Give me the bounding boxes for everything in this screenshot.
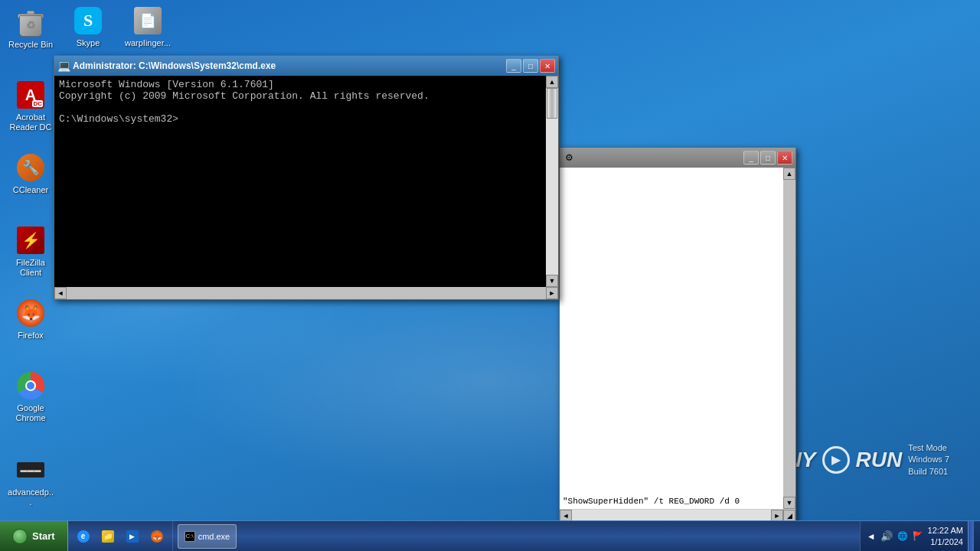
- cmd-scrollbar-vertical[interactable]: ▲ ▼: [546, 76, 558, 287]
- start-label: Start: [32, 530, 55, 542]
- ccleaner-label: CCleaner: [13, 185, 48, 195]
- cmd-title-text: Administrator: C:\Windows\System32\cmd.e…: [73, 60, 503, 71]
- desktop-icon-advancedp[interactable]: ▬▬▬ advancedp...: [4, 452, 57, 510]
- cmd-titlebar[interactable]: 💻 Administrator: C:\Windows\System32\cmd…: [54, 56, 558, 76]
- quick-launch-firefox[interactable]: 🦊: [146, 526, 168, 547]
- cmd-window-body: Microsoft Windows [Version 6.1.7601] Cop…: [54, 76, 558, 287]
- cmd-close-button[interactable]: ✕: [540, 59, 555, 73]
- second-window[interactable]: ⚙ _ □ ✕ "ShowSuperHidden" /t REG_DWORD /…: [559, 147, 796, 522]
- second-window-titlebar[interactable]: ⚙ _ □ ✕: [560, 148, 795, 168]
- tray-network-icon[interactable]: 🌐: [897, 531, 908, 541]
- ccleaner-icon-shape: 🔧: [17, 154, 44, 181]
- desktop-icon-firefox[interactable]: 🦊 Firefox: [4, 295, 57, 344]
- taskbar-cmd-label: cmd.exe: [198, 532, 230, 541]
- cmd-minimize-button[interactable]: _: [506, 59, 521, 73]
- desktop-icon-recycle-bin[interactable]: ♻ Recycle Bin: [4, 4, 57, 53]
- cmd-scrollbar-horizontal[interactable]: ◄ ►: [54, 287, 558, 299]
- system-tray: ◄ 🔊 🌐 🚩 12:22 AM 1/1/2024: [860, 521, 980, 551]
- cmd-line-2: Copyright (c) 2009 Microsoft Corporation…: [59, 90, 541, 102]
- second-close-button[interactable]: ✕: [777, 151, 792, 165]
- chrome-icon: [15, 370, 46, 401]
- filezilla-icon: ⚡: [15, 225, 46, 256]
- anyrun-run-text: RUN: [856, 448, 903, 472]
- acrobat-icon-shape: A DC: [17, 81, 44, 109]
- warplinger-icon-glyph: 📄: [139, 12, 156, 29]
- recycle-arrows: ♻: [20, 16, 41, 31]
- warplinger-icon: 📄: [132, 5, 163, 36]
- advancedp-icon-shape: ▬▬▬: [17, 462, 44, 478]
- cmd-titlebar-icon: 💻: [57, 60, 70, 72]
- show-desktop-button[interactable]: [968, 521, 974, 551]
- filezilla-glyph: ⚡: [21, 231, 41, 249]
- start-button[interactable]: Start: [0, 521, 68, 551]
- tray-flag-icon[interactable]: 🚩: [913, 531, 923, 541]
- desktop-icon-acrobat[interactable]: A DC Acrobat Reader DC: [4, 77, 57, 135]
- cmd-window[interactable]: 💻 Administrator: C:\Windows\System32\cmd…: [54, 55, 559, 300]
- quick-launch-ie[interactable]: e: [73, 526, 94, 547]
- tray-speaker-icon[interactable]: 🔊: [880, 530, 893, 542]
- anyrun-os: Windows 7: [908, 454, 949, 465]
- second-window-icon: ⚙: [563, 152, 575, 164]
- filezilla-label: FileZilla Client: [7, 258, 54, 278]
- ccleaner-icon: 🔧: [15, 152, 46, 183]
- cmd-window-controls: _ □ ✕: [506, 59, 555, 73]
- anyrun-mode: Test Mode: [908, 442, 949, 454]
- second-minimize-button[interactable]: _: [743, 151, 759, 165]
- desktop-icon-skype[interactable]: S Skype: [61, 2, 115, 51]
- quick-launch-explorer[interactable]: 📁: [97, 526, 119, 547]
- second-scroll-up[interactable]: ▲: [783, 168, 795, 180]
- second-window-scrollbar-v[interactable]: ▲ ▼: [783, 168, 795, 509]
- warplinger-icon-shape: 📄: [134, 7, 162, 34]
- second-window-bottom-scrollbar[interactable]: ◄ ► ◢: [560, 509, 795, 521]
- acrobat-icon: A DC: [15, 80, 46, 110]
- chrome-label: Google Chrome: [7, 403, 54, 423]
- cmd-line-3: [59, 102, 541, 113]
- second-window-main-area[interactable]: "ShowSuperHidden" /t REG_DWORD /d 0: [560, 168, 783, 509]
- cmd-content-area[interactable]: Microsoft Windows [Version 6.1.7601] Cop…: [54, 76, 546, 287]
- recycle-bin-label: Recycle Bin: [8, 40, 53, 50]
- second-window-body: "ShowSuperHidden" /t REG_DWORD /d 0 ▲ ▼: [560, 168, 795, 509]
- desktop-icon-ccleaner[interactable]: 🔧 CCleaner: [4, 149, 57, 198]
- firefox-icon-shape: 🦊: [17, 299, 44, 327]
- taskbar: Start e 📁 ▶ 🦊 C:\ cmd.exe ◄ 🔊 🌐 🚩 12: [0, 520, 980, 551]
- recycle-bin-body: ♻: [19, 15, 42, 37]
- advancedp-glyph: ▬▬▬: [21, 466, 41, 474]
- tray-clock[interactable]: 12:22 AM 1/1/2024: [928, 525, 963, 547]
- desktop: ♻ Recycle Bin S Skype 📄 warpIinger... A …: [0, 0, 980, 520]
- chrome-center-dot: [27, 382, 34, 390]
- cmd-scroll-thumb[interactable]: [547, 88, 557, 119]
- warplinger-label: warpIinger...: [125, 38, 171, 48]
- anyrun-watermark: ANY ▶ RUN Test Mode Windows 7 Build 7601: [770, 442, 949, 478]
- filezilla-icon-shape: ⚡: [17, 227, 44, 254]
- second-scroll-down[interactable]: ▼: [783, 497, 795, 509]
- start-orb-icon: [12, 529, 28, 544]
- anyrun-build: Build 7601: [908, 466, 949, 478]
- tray-date-value: 1/1/2024: [928, 536, 963, 547]
- tray-time-value: 12:22 AM: [928, 525, 963, 536]
- cmd-line-1: Microsoft Windows [Version 6.1.7601]: [59, 79, 541, 90]
- chrome-icon-shape: [17, 372, 44, 399]
- ie-icon: e: [77, 530, 90, 543]
- firefox-label: Firefox: [18, 331, 44, 341]
- quick-launch-area: e 📁 ▶ 🦊: [68, 521, 173, 551]
- second-maximize-button[interactable]: □: [760, 151, 776, 165]
- desktop-icon-chrome[interactable]: Google Chrome: [4, 367, 57, 426]
- cmd-scroll-up[interactable]: ▲: [546, 76, 558, 88]
- second-window-controls: _ □ ✕: [743, 151, 792, 165]
- desktop-icon-warplinger[interactable]: 📄 warpIinger...: [121, 2, 175, 51]
- cmd-scroll-down[interactable]: ▼: [546, 275, 558, 287]
- cmd-scroll-left[interactable]: ◄: [54, 287, 67, 299]
- anyrun-play-icon: ▶: [822, 446, 850, 474]
- tray-expand-button[interactable]: ◄: [867, 531, 876, 542]
- taskbar-cmd-icon: C:\: [185, 531, 195, 542]
- second-h-scroll-track: [572, 510, 771, 521]
- firefox-quicklaunch-icon: 🦊: [151, 530, 163, 543]
- taskbar-cmd-icon-glyph: C:\: [186, 533, 194, 540]
- cmd-scroll-right[interactable]: ►: [546, 287, 558, 299]
- taskbar-item-cmd[interactable]: C:\ cmd.exe: [178, 524, 237, 549]
- second-window-glyph: ⚙: [565, 152, 573, 163]
- skype-icon-shape: S: [74, 7, 102, 34]
- desktop-icon-filezilla[interactable]: ⚡ FileZilla Client: [4, 222, 57, 281]
- quick-launch-media[interactable]: ▶: [122, 526, 143, 547]
- cmd-maximize-button[interactable]: □: [523, 59, 538, 73]
